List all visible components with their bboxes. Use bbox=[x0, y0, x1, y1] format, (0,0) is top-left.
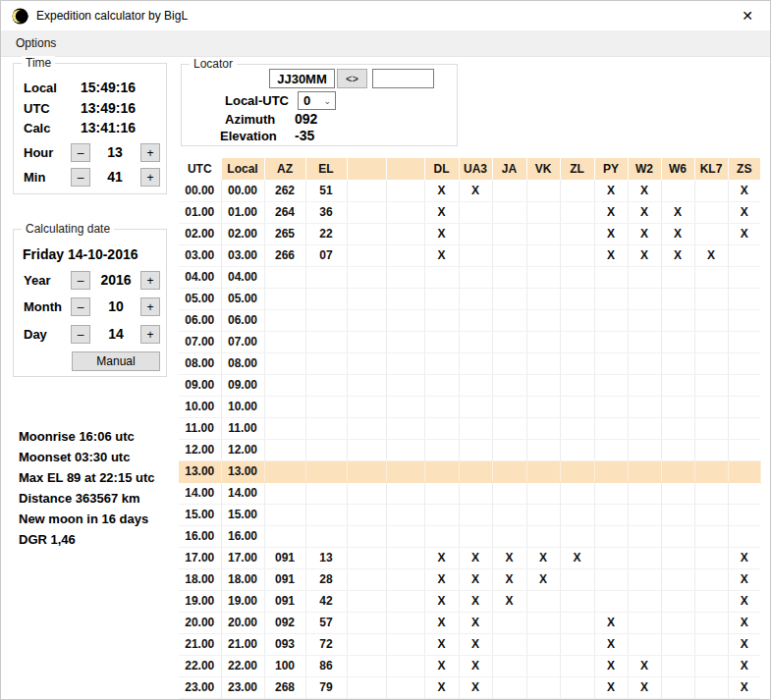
table-row[interactable]: 11.0011.00 bbox=[179, 417, 760, 439]
cell-W6 bbox=[661, 374, 694, 396]
min-plus-button[interactable]: + bbox=[140, 168, 160, 187]
table-row[interactable]: 17.0017.0009113XXXXXX bbox=[179, 547, 760, 568]
month-plus-button[interactable]: + bbox=[140, 297, 160, 316]
cell-UA3: X bbox=[459, 676, 492, 698]
table-row[interactable]: 13.0013.00 bbox=[179, 460, 760, 482]
col-header-local: Local bbox=[221, 158, 264, 180]
cell-utc: 22.00 bbox=[179, 655, 221, 676]
cell-el bbox=[305, 374, 347, 396]
cell-utc: 18.00 bbox=[179, 568, 221, 590]
cell-W6: X bbox=[661, 201, 694, 223]
cell-utc: 23.00 bbox=[179, 676, 221, 698]
cell-VK bbox=[526, 439, 560, 460]
cell-JA bbox=[492, 633, 526, 655]
cell-UA3 bbox=[459, 244, 492, 266]
table-row[interactable]: 03.0003.0026607XXXXX bbox=[179, 244, 760, 266]
local-utc-dropdown[interactable]: 0 ⌄ bbox=[298, 91, 336, 110]
cell-JA bbox=[492, 244, 526, 266]
cell-KL7 bbox=[694, 633, 728, 655]
table-row[interactable]: 12.0012.00 bbox=[179, 439, 760, 460]
cell-UA3 bbox=[459, 352, 492, 374]
cell-W6 bbox=[661, 633, 694, 655]
cell-VK: X bbox=[526, 547, 560, 568]
hour-plus-button[interactable]: + bbox=[140, 143, 160, 162]
cell-el bbox=[305, 460, 347, 482]
elevation-label: Elevation bbox=[220, 129, 277, 143]
table-row[interactable]: 14.0014.00 bbox=[179, 482, 760, 504]
cell-utc: 01.00 bbox=[179, 201, 221, 223]
table-row[interactable]: 02.0002.0026522XXXXX bbox=[179, 223, 760, 244]
cell-ZS bbox=[728, 396, 760, 417]
table-row[interactable]: 10.0010.00 bbox=[179, 396, 760, 417]
cell-KL7 bbox=[694, 504, 728, 525]
table-row[interactable]: 18.0018.0009128XXXXX bbox=[179, 568, 760, 590]
locator-secondary-input[interactable] bbox=[372, 69, 434, 88]
cell-blank2 bbox=[386, 180, 424, 201]
utc-time-value: 13:49:16 bbox=[81, 100, 136, 116]
table-row[interactable]: 16.0016.00 bbox=[179, 525, 760, 547]
locator-swap-button[interactable]: <> bbox=[337, 69, 367, 88]
year-plus-button[interactable]: + bbox=[140, 271, 160, 290]
cell-UA3 bbox=[459, 396, 492, 417]
cell-az: 268 bbox=[264, 676, 305, 698]
cell-VK bbox=[526, 201, 560, 223]
cell-DL bbox=[424, 504, 459, 525]
cell-blank2 bbox=[386, 331, 424, 352]
table-row[interactable]: 07.0007.00 bbox=[179, 331, 760, 352]
cell-local: 21.00 bbox=[221, 633, 264, 655]
table-row[interactable]: 20.0020.0009257XXXX bbox=[179, 612, 760, 633]
table-row[interactable]: 09.0009.00 bbox=[179, 374, 760, 396]
cell-W6 bbox=[661, 396, 694, 417]
cell-utc: 13.00 bbox=[179, 460, 221, 482]
cell-blank2 bbox=[386, 439, 424, 460]
year-minus-button[interactable]: – bbox=[71, 271, 90, 290]
cell-blank1 bbox=[347, 460, 386, 482]
cell-ZL bbox=[560, 676, 594, 698]
table-row[interactable]: 08.0008.00 bbox=[179, 352, 760, 374]
day-plus-button[interactable]: + bbox=[140, 325, 160, 344]
manual-button[interactable]: Manual bbox=[72, 351, 160, 371]
min-minus-button[interactable]: – bbox=[71, 168, 90, 187]
cell-KL7 bbox=[694, 590, 728, 612]
cell-blank2 bbox=[386, 676, 424, 698]
cell-W6 bbox=[661, 525, 694, 547]
moon-info: Moonrise 16:06 utc Moonset 03:30 utc Max… bbox=[19, 426, 155, 550]
table-row[interactable]: 00.0000.0026251XXXXX bbox=[179, 180, 760, 201]
cell-W2 bbox=[628, 288, 661, 309]
cell-el bbox=[305, 525, 347, 547]
cell-PY bbox=[594, 331, 628, 352]
cell-DL bbox=[424, 525, 459, 547]
table-row[interactable]: 21.0021.0009372XXXX bbox=[179, 633, 760, 655]
moon-table-body: 00.0000.0026251XXXXX01.0001.0026436XXXXX… bbox=[179, 180, 760, 698]
hour-minus-button[interactable]: – bbox=[71, 143, 90, 162]
table-row[interactable]: 05.0005.00 bbox=[179, 288, 760, 309]
col-header-el: EL bbox=[305, 158, 347, 180]
cell-KL7 bbox=[694, 676, 728, 698]
table-row[interactable]: 06.0006.00 bbox=[179, 309, 760, 331]
cell-VK bbox=[526, 309, 560, 331]
table-row[interactable]: 04.0004.00 bbox=[179, 266, 760, 288]
table-row[interactable]: 19.0019.0009142XXXX bbox=[179, 590, 760, 612]
menu-item-options[interactable]: Options bbox=[6, 30, 66, 56]
cell-ZS bbox=[728, 439, 760, 460]
cell-UA3 bbox=[459, 439, 492, 460]
cell-utc: 20.00 bbox=[179, 612, 221, 633]
day-minus-button[interactable]: – bbox=[71, 325, 90, 344]
cell-KL7 bbox=[694, 655, 728, 676]
cell-PY: X bbox=[594, 655, 628, 676]
table-row[interactable]: 15.0015.00 bbox=[179, 504, 760, 525]
cell-W6 bbox=[661, 655, 694, 676]
menu-bar: Options bbox=[1, 30, 770, 57]
cell-local: 09.00 bbox=[221, 374, 264, 396]
close-button[interactable]: ✕ bbox=[725, 1, 770, 30]
table-row[interactable]: 01.0001.0026436XXXXX bbox=[179, 201, 760, 223]
month-minus-button[interactable]: – bbox=[71, 297, 90, 316]
date-text: Friday 14-10-2016 bbox=[23, 246, 138, 262]
window-title: Expedition calculator by BigL bbox=[36, 9, 188, 23]
table-row[interactable]: 23.0023.0026879XXXXX bbox=[179, 676, 760, 698]
cell-el: 07 bbox=[305, 244, 347, 266]
locator-input[interactable] bbox=[269, 69, 335, 88]
new-moon-text: New moon in 16 days bbox=[19, 509, 155, 529]
cell-blank1 bbox=[347, 331, 386, 352]
table-row[interactable]: 22.0022.0010086XXXXX bbox=[179, 655, 760, 676]
